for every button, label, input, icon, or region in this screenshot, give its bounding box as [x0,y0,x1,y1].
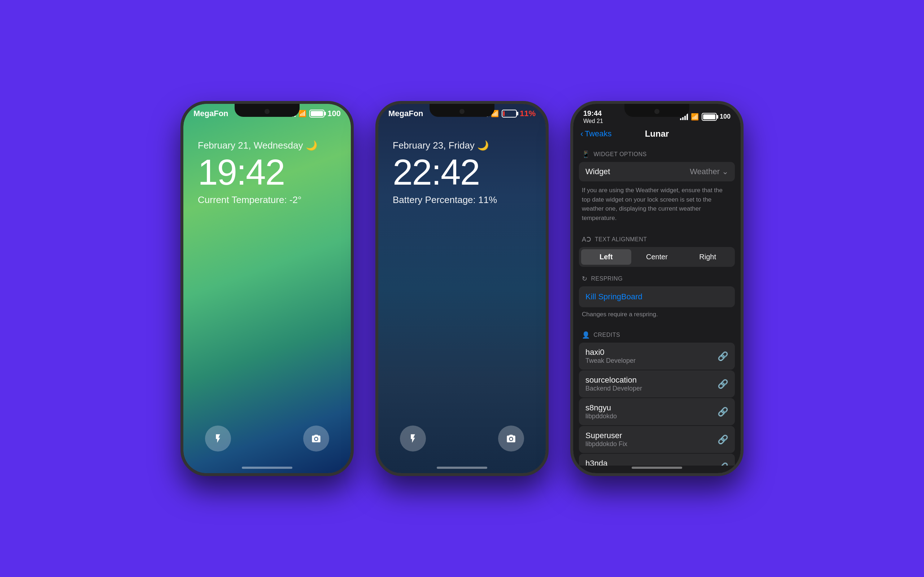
settings-time: 19:44 Wed 21 [583,109,603,124]
carrier-2: MegaFon [388,109,423,118]
signal-icon-2 [480,110,488,117]
vol-up-button-2 [375,208,377,234]
link-icon-haxi0[interactable]: 🔗 [717,351,729,361]
camera-button-2[interactable] [498,425,524,451]
credit-superuser-name: Superuser [585,431,627,440]
credits-label: CREDITS [594,332,620,338]
widget-note: If you are using the Weather widget, ens… [573,182,741,228]
respring-label: RESPRING [591,276,623,282]
widget-options-label: WIDGET OPTIONS [594,151,647,158]
settings-screen: 19:44 Wed 21 📶 100 ‹ Tweaks Lunar [573,104,741,473]
power-button-3 [742,176,743,219]
kill-springboard-label: Kill SpringBoard [585,292,643,301]
alignment-picker: Left Center Right [579,247,735,267]
widget-value-container: Weather ⌄ [690,167,729,176]
settings-time-line2: Wed 21 [583,118,603,124]
widget-row[interactable]: Widget Weather ⌄ [579,162,735,181]
settings-status-bar: 19:44 Wed 21 📶 100 [573,104,741,124]
front-camera-1 [265,109,270,114]
credit-h3nda-name: h3nda [585,459,607,466]
wifi-icon-1: 📶 [299,110,307,118]
status-icons-1: 📶 100 [288,109,341,118]
home-indicator-3 [632,467,682,469]
back-button[interactable]: ‹ Tweaks [580,129,612,139]
phone-1: MegaFon 📶 100 February 21, Wednesday 🌙 1… [181,101,354,476]
credit-s8ngyu-role: libpddokdo [585,413,617,420]
link-icon-superuser[interactable]: 🔗 [717,435,729,445]
credit-s8ngyu-name: s8ngyu [585,403,617,413]
lockscreen-content-2: February 23, Friday 🌙 22:42 Battery Perc… [378,118,546,220]
align-right[interactable]: Right [683,249,733,265]
credit-haxi0-name: haxi0 [585,348,636,357]
front-camera-3 [654,109,659,114]
credit-haxi0[interactable]: haxi0 Tweak Developer 🔗 [579,343,735,370]
link-icon-h3nda[interactable]: 🔗 [717,462,729,466]
lockscreen-2: MegaFon 📶 11% February 23, Friday 🌙 22:4… [378,104,546,473]
battery-icon-2 [502,110,517,118]
battery-label-1: 100 [327,109,341,118]
flashlight-button-2[interactable] [400,425,426,451]
align-center[interactable]: Center [632,249,682,265]
credit-sourcelocation[interactable]: sourcelocation Backend Developer 🔗 [579,371,735,397]
wifi-icon-2: 📶 [491,110,499,118]
vol-up-button-1 [181,208,182,234]
phone-3: 19:44 Wed 21 📶 100 ‹ Tweaks Lunar [570,101,743,476]
credit-superuser[interactable]: Superuser libpddokdo Fix 🔗 [579,426,735,453]
vol-down-button-2 [375,241,377,266]
battery-fill-1 [311,111,323,116]
align-left[interactable]: Left [581,249,631,265]
power-button-2 [547,176,549,219]
credit-sourcelocation-role: Backend Developer [585,385,642,392]
widget-options-header: 📱 WIDGET OPTIONS [573,143,741,162]
credit-haxi0-info: haxi0 Tweak Developer [585,348,636,364]
battery-label-3: 100 [720,113,730,121]
lock-time-1: 19:42 [198,154,336,190]
signal-icon-3 [680,114,688,120]
link-icon-s8ngyu[interactable]: 🔗 [717,407,729,417]
lockscreen-actions-2 [378,425,546,451]
camera-button-1[interactable] [303,425,329,451]
home-indicator-1 [242,467,292,469]
power-button-1 [352,176,354,219]
chevron-down-icon: ⌄ [722,167,729,176]
settings-time-line1: 19:44 [583,109,603,118]
battery-fill-2 [503,111,505,116]
credit-sourcelocation-info: sourcelocation Backend Developer [585,376,642,392]
home-indicator-2 [437,467,487,469]
status-icons-2: 📶 11% [480,109,536,118]
credit-sourcelocation-name: sourcelocation [585,376,642,385]
lock-time-2: 22:42 [393,154,531,190]
respring-note: Changes require a respring. [573,308,741,324]
front-camera-2 [459,109,465,114]
battery-label-2: 11% [520,109,536,118]
text-alignment-label: TEXT ALIGNMENT [595,236,647,243]
text-alignment-header: Aↄ TEXT ALIGNMENT [573,228,741,247]
signal-icon-1 [288,110,296,117]
wifi-icon-3: 📶 [691,113,699,121]
lockscreen-1: MegaFon 📶 100 February 21, Wednesday 🌙 1… [183,104,351,473]
lock-date-1: February 21, Wednesday 🌙 [198,140,336,151]
respring-header: ↻ RESPRING [573,268,741,286]
link-icon-sourcelocation[interactable]: 🔗 [717,379,729,389]
battery-icon-3 [702,113,717,121]
credit-s8ngyu[interactable]: s8ngyu libpddokdo 🔗 [579,398,735,425]
credit-h3nda-info: h3nda Tester [585,459,607,466]
back-label: Tweaks [585,129,612,139]
lock-widget-2: Battery Percentage: 11% [393,194,531,206]
vol-down-button-1 [181,241,182,266]
credits-header: 👤 CREDITS [573,324,741,343]
carrier-1: MegaFon [194,109,228,118]
widget-value: Weather [690,167,720,176]
lockscreen-content-1: February 21, Wednesday 🌙 19:42 Current T… [183,118,351,220]
nav-title: Lunar [645,129,669,139]
settings-content[interactable]: 📱 WIDGET OPTIONS Widget Weather ⌄ If you… [573,143,741,466]
phone-2: MegaFon 📶 11% February 23, Friday 🌙 22:4… [375,101,549,476]
text-alignment-icon: Aↄ [582,235,591,243]
vol-up-button-3 [570,208,572,234]
battery-fill-3 [703,114,716,119]
kill-springboard-button[interactable]: Kill SpringBoard [579,286,735,307]
widget-options-icon: 📱 [582,150,590,158]
flashlight-button-1[interactable] [205,425,231,451]
credit-h3nda[interactable]: h3nda Tester 🔗 [579,454,735,466]
credits-icon: 👤 [582,331,590,339]
